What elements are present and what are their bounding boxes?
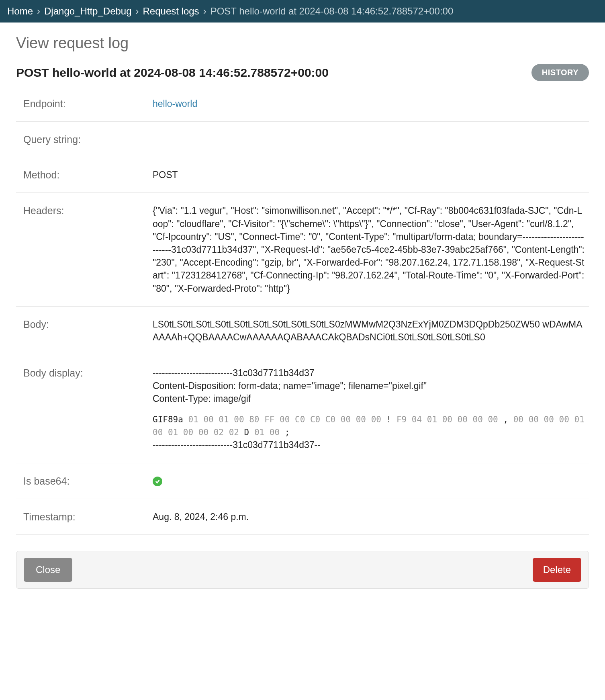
check-circle-icon [153, 477, 162, 486]
hex-bytes: 01 00 01 00 80 FF 00 C0 C0 C0 00 00 00 [183, 415, 386, 424]
field-label: Body display: [16, 366, 153, 379]
page-title: View request log [16, 35, 589, 52]
field-value-timestamp: Aug. 8, 2024, 2:46 p.m. [153, 510, 589, 523]
field-row-is-base64: Is base64: [16, 463, 589, 499]
field-value-body-display: --------------------------31c03d7711b34d… [153, 366, 589, 452]
object-title: POST hello-world at 2024-08-08 14:46:52.… [16, 66, 329, 80]
field-row-method: Method: POST [16, 157, 589, 193]
field-row-query-string: Query string: [16, 122, 589, 157]
field-label: Query string: [16, 133, 153, 145]
field-row-body-display: Body display: --------------------------… [16, 355, 589, 463]
field-label: Timestamp: [16, 510, 153, 523]
breadcrumb-model-link[interactable]: Request logs [143, 6, 199, 17]
history-button[interactable]: HISTORY [531, 64, 589, 81]
field-list: Endpoint: hello-world Query string: Meth… [16, 90, 589, 535]
multipart-boundary-close: --------------------------31c03d7711b34d… [153, 438, 585, 451]
field-label: Is base64: [16, 475, 153, 487]
gif-literal-comma: , [503, 415, 508, 424]
field-value-is-base64 [153, 475, 589, 487]
action-bar: Close Delete [16, 551, 589, 589]
field-row-headers: Headers: {"Via": "1.1 vegur", "Host": "s… [16, 193, 589, 306]
breadcrumb-separator: › [37, 6, 40, 17]
gif-literal-bang: ! [386, 415, 392, 424]
field-label: Body: [16, 318, 153, 330]
endpoint-link[interactable]: hello-world [153, 98, 197, 109]
field-row-body: Body: LS0tLS0tLS0tLS0tLS0tLS0tLS0tLS0tLS… [16, 307, 589, 355]
breadcrumb-home-link[interactable]: Home [7, 6, 33, 17]
multipart-content-type: Content-Type: image/gif [153, 392, 585, 405]
hex-bytes: F9 04 01 00 00 00 00 [391, 415, 503, 424]
gif-literal-semicolon: ; [285, 428, 290, 437]
breadcrumb-separator: › [203, 6, 206, 17]
breadcrumb-current: POST hello-world at 2024-08-08 14:46:52.… [211, 6, 454, 17]
hex-bytes: 01 00 [249, 428, 285, 437]
field-row-timestamp: Timestamp: Aug. 8, 2024, 2:46 p.m. [16, 499, 589, 535]
breadcrumb-separator: › [136, 6, 139, 17]
gif-literal-d: D [244, 428, 249, 437]
delete-button[interactable]: Delete [533, 558, 581, 582]
multipart-content-disposition: Content-Disposition: form-data; name="im… [153, 379, 585, 392]
close-button[interactable]: Close [24, 558, 72, 582]
multipart-boundary-open: --------------------------31c03d7711b34d… [153, 366, 585, 379]
breadcrumb: Home › Django_Http_Debug › Request logs … [0, 0, 605, 23]
field-value-body: LS0tLS0tLS0tLS0tLS0tLS0tLS0tLS0tLS0tLS0z… [153, 318, 589, 344]
field-value-headers: {"Via": "1.1 vegur", "Host": "simonwilli… [153, 204, 589, 295]
field-value-method: POST [153, 168, 589, 181]
field-value-endpoint: hello-world [153, 97, 589, 110]
field-label: Method: [16, 168, 153, 181]
field-row-endpoint: Endpoint: hello-world [16, 90, 589, 122]
field-label: Endpoint: [16, 97, 153, 110]
gif-signature: GIF89a [153, 415, 183, 424]
breadcrumb-app-link[interactable]: Django_Http_Debug [44, 6, 132, 17]
field-label: Headers: [16, 204, 153, 217]
